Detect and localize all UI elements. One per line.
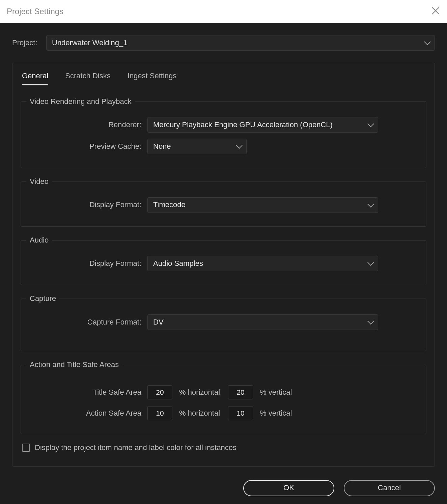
video-display-format-select[interactable]: Timecode [147, 197, 378, 213]
tab-scratch-disks[interactable]: Scratch Disks [65, 71, 110, 85]
tab-general[interactable]: General [22, 71, 48, 85]
group-safe-areas: Action and Title Safe Areas Title Safe A… [21, 360, 426, 434]
row-preview-cache: Preview Cache: None [28, 139, 419, 154]
action-safe-label: Action Safe Area [28, 409, 147, 418]
renderer-select-value: Mercury Playback Engine GPU Acceleration… [153, 120, 333, 130]
group-video-rendering-legend: Video Rendering and Playback [26, 97, 135, 107]
group-video-legend: Video [26, 177, 52, 187]
renderer-select[interactable]: Mercury Playback Engine GPU Acceleration… [147, 117, 378, 133]
cancel-button[interactable]: Cancel [344, 480, 435, 496]
pct-horizontal-label: % horizontal [179, 409, 220, 418]
row-video-display-format: Display Format: Timecode [28, 197, 419, 213]
group-video-rendering: Video Rendering and Playback Renderer: M… [21, 97, 426, 168]
chevron-down-icon [368, 319, 373, 324]
pct-vertical-label: % vertical [260, 409, 292, 418]
tabs: General Scratch Disks Ingest Settings [21, 71, 426, 85]
project-label: Project: [12, 38, 41, 48]
project-select-value: Underwater Welding_1 [52, 38, 127, 48]
title-safe-label: Title Safe Area [28, 388, 147, 397]
renderer-label: Renderer: [28, 120, 147, 130]
group-video: Video Display Format: Timecode [21, 177, 426, 227]
audio-display-format-select[interactable]: Audio Samples [147, 256, 378, 271]
video-display-format-label: Display Format: [28, 200, 147, 210]
row-capture-format: Capture Format: DV [28, 314, 419, 330]
display-instances-label: Display the project item name and label … [35, 443, 236, 453]
row-display-instances: Display the project item name and label … [21, 443, 426, 453]
group-capture: Capture Capture Format: DV [21, 294, 426, 351]
titlebar: Project Settings [0, 0, 447, 23]
row-title-safe: Title Safe Area 20 % horizontal 20 % ver… [28, 385, 419, 399]
title-safe-h-input[interactable]: 20 [147, 385, 172, 399]
row-renderer: Renderer: Mercury Playback Engine GPU Ac… [28, 117, 419, 133]
ok-button[interactable]: OK [243, 480, 334, 496]
preview-cache-select-value: None [153, 142, 171, 151]
tab-ingest-settings[interactable]: Ingest Settings [128, 71, 177, 85]
display-instances-checkbox[interactable] [22, 444, 30, 452]
capture-format-label: Capture Format: [28, 317, 147, 327]
action-safe-v-input[interactable]: 10 [228, 406, 253, 420]
video-display-format-value: Timecode [153, 200, 186, 210]
audio-display-format-value: Audio Samples [153, 259, 203, 269]
group-safe-areas-legend: Action and Title Safe Areas [26, 360, 122, 370]
chevron-down-icon [425, 39, 430, 44]
dialog-title: Project Settings [7, 6, 63, 17]
dialog-body: Project: Underwater Welding_1 General Sc… [0, 23, 447, 467]
group-audio-legend: Audio [26, 235, 52, 245]
chevron-down-icon [368, 202, 373, 206]
capture-format-value: DV [153, 317, 164, 327]
preview-cache-select[interactable]: None [147, 139, 247, 154]
close-icon[interactable] [431, 7, 440, 15]
row-audio-display-format: Display Format: Audio Samples [28, 256, 419, 271]
chevron-down-icon [368, 121, 373, 126]
capture-format-select[interactable]: DV [147, 314, 378, 330]
group-capture-legend: Capture [26, 294, 59, 304]
title-safe-v-input[interactable]: 20 [228, 385, 253, 399]
chevron-down-icon [368, 260, 373, 265]
project-row: Project: Underwater Welding_1 [12, 35, 435, 51]
pct-horizontal-label: % horizontal [179, 388, 220, 397]
main-panel: General Scratch Disks Ingest Settings Vi… [12, 63, 435, 467]
row-action-safe: Action Safe Area 10 % horizontal 10 % ve… [28, 406, 419, 420]
preview-cache-label: Preview Cache: [28, 142, 147, 151]
button-row: OK Cancel [0, 467, 447, 504]
audio-display-format-label: Display Format: [28, 259, 147, 269]
pct-vertical-label: % vertical [260, 388, 292, 397]
project-select[interactable]: Underwater Welding_1 [46, 35, 435, 51]
action-safe-h-input[interactable]: 10 [147, 406, 172, 420]
group-audio: Audio Display Format: Audio Samples [21, 235, 426, 285]
chevron-down-icon [237, 143, 242, 148]
